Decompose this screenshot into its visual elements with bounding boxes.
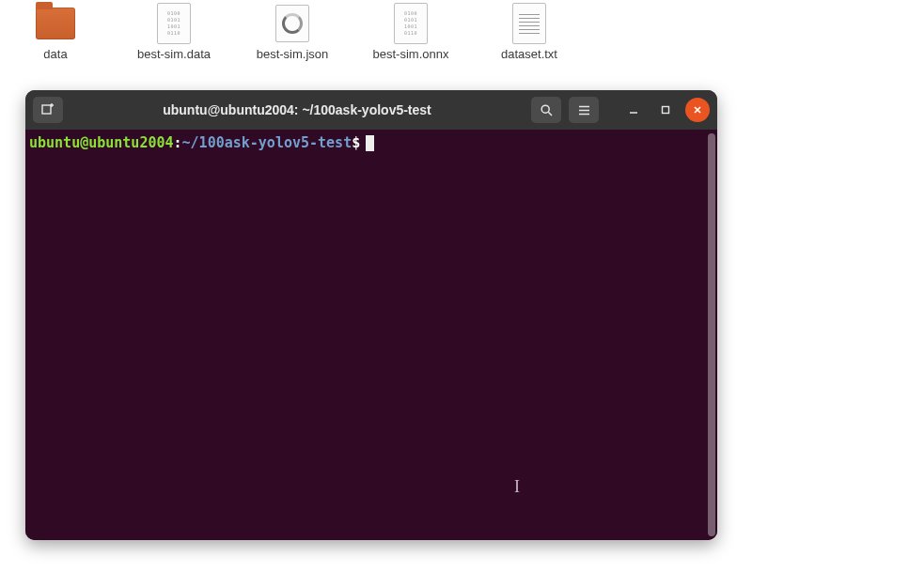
icon-label: best-sim.onnx (373, 47, 449, 62)
titlebar: ubuntu@ubuntu2004: ~/100ask-yolov5-test (25, 90, 717, 130)
plain-text-file-icon (508, 2, 551, 45)
maximize-icon (660, 104, 671, 116)
search-button[interactable] (531, 97, 561, 123)
close-icon (692, 104, 703, 116)
text-file-icon: 0100010110010110 (389, 2, 432, 45)
terminal-body[interactable]: ubuntu@ubuntu2004:~/100ask-yolov5-test$ … (25, 130, 717, 540)
svg-rect-7 (663, 107, 669, 114)
menu-button[interactable] (569, 97, 599, 123)
prompt-symbol: $ (352, 134, 360, 151)
text-file-icon: 0100010110010110 (152, 2, 196, 45)
new-tab-icon (40, 102, 55, 117)
icon-label: best-sim.json (257, 47, 329, 62)
icon-label: best-sim.data (137, 47, 211, 62)
scrollbar[interactable] (708, 133, 715, 536)
text-cursor (366, 135, 374, 151)
prompt-path: ~/100ask-yolov5-test (182, 134, 353, 151)
search-icon (540, 103, 554, 117)
window-title: ubuntu@ubuntu2004: ~/100ask-yolov5-test (71, 102, 524, 117)
svg-line-2 (548, 112, 552, 116)
icon-label: data (43, 47, 67, 62)
icon-label: dataset.txt (501, 47, 557, 62)
close-button[interactable] (685, 98, 710, 122)
svg-rect-0 (42, 105, 51, 114)
hamburger-icon (577, 103, 591, 117)
prompt-user-host: ubuntu@ubuntu2004 (29, 134, 174, 151)
prompt-colon: : (174, 134, 182, 151)
new-tab-button[interactable] (33, 97, 63, 123)
folder-icon (34, 2, 77, 45)
maximize-button[interactable] (653, 98, 678, 122)
ibeam-cursor-icon: I (514, 477, 520, 497)
minimize-button[interactable] (621, 98, 646, 122)
minimize-icon (628, 104, 639, 116)
prompt-line: ubuntu@ubuntu2004:~/100ask-yolov5-test$ (29, 134, 713, 151)
svg-point-1 (541, 105, 549, 113)
text-file-icon (271, 2, 314, 45)
terminal-window: ubuntu@ubuntu2004: ~/100ask-yolov5-test (25, 90, 717, 540)
